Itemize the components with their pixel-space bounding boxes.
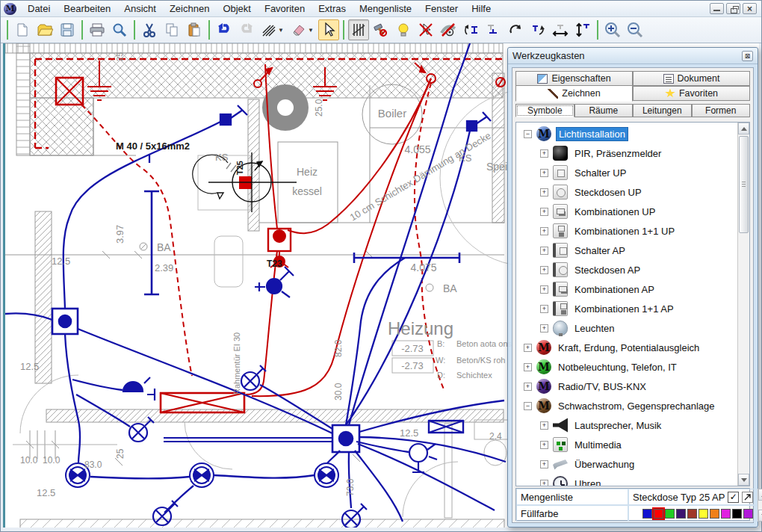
lightbulb-icon[interactable] bbox=[393, 19, 414, 40]
tree-expander-icon[interactable]: + bbox=[540, 208, 548, 216]
tab-eigenschaften[interactable]: Eigenschaften bbox=[515, 71, 633, 86]
tree-item[interactable]: + Multimedia bbox=[516, 435, 737, 454]
eraser-icon[interactable]: ▼ bbox=[288, 19, 317, 40]
mengenliste-checkbox[interactable]: ✓ bbox=[728, 492, 739, 503]
tree-expander-icon[interactable]: + bbox=[540, 247, 548, 255]
tree-expander-icon[interactable]: + bbox=[540, 421, 548, 430]
tree-item[interactable]: + Kombinationen 1+1 UP bbox=[516, 221, 737, 241]
tree-expander-icon[interactable]: + bbox=[540, 188, 548, 197]
tree-expander-icon[interactable]: + bbox=[524, 344, 532, 352]
wall-hatch-icon[interactable] bbox=[348, 19, 369, 40]
tree-item[interactable]: − Lichtinstallation bbox=[516, 124, 737, 143]
tree-item[interactable]: − Schwachstrom, Gegensprechanlage bbox=[516, 396, 737, 415]
tree-item[interactable]: + Schalter AP bbox=[516, 241, 737, 260]
tree-item[interactable]: + PIR, Präsenzmelder bbox=[516, 143, 737, 163]
color-swatch[interactable] bbox=[721, 509, 731, 519]
hatch-fill-icon[interactable]: ▼ bbox=[258, 19, 287, 40]
save-icon[interactable] bbox=[57, 19, 78, 40]
tree-item[interactable]: + Kombinationen 1+1 AP bbox=[516, 299, 737, 318]
new-document-icon[interactable] bbox=[12, 19, 33, 40]
subtab-leitungen[interactable]: Leitungen bbox=[633, 104, 692, 117]
hide-pipes-icon[interactable] bbox=[438, 19, 459, 40]
toolbox-close-icon[interactable]: ⊠ bbox=[742, 51, 753, 61]
tree-expander-icon[interactable]: + bbox=[540, 266, 548, 274]
tree-scrollbar[interactable] bbox=[737, 123, 749, 486]
open-file-icon[interactable] bbox=[34, 19, 55, 40]
color-swatch[interactable] bbox=[687, 509, 697, 519]
grid-scroll-up-icon[interactable] bbox=[758, 489, 762, 501]
tree-expander-icon[interactable]: + bbox=[540, 305, 548, 313]
tree-item[interactable]: + Kombinationen AP bbox=[516, 279, 737, 299]
color-swatch[interactable] bbox=[743, 509, 753, 519]
tab-zeichnen[interactable]: Zeichnen bbox=[515, 85, 633, 102]
tree-item[interactable]: + Notbeleuchtung, Telefon, IT bbox=[516, 357, 737, 377]
menu-objekt[interactable]: Objekt bbox=[216, 1, 258, 16]
tree-expander-icon[interactable]: + bbox=[524, 363, 532, 371]
restore-button[interactable] bbox=[726, 3, 740, 14]
subtab-symbole[interactable]: Symbole bbox=[515, 104, 574, 117]
select-cursor-icon[interactable] bbox=[318, 19, 339, 40]
tree-expander-icon[interactable]: + bbox=[540, 285, 548, 294]
zoom-in-icon[interactable] bbox=[602, 19, 623, 40]
tree-expander-icon[interactable]: + bbox=[540, 169, 548, 177]
subtab-raeume[interactable]: Räume bbox=[574, 104, 634, 117]
undo-icon[interactable] bbox=[214, 19, 235, 40]
expand-arrow-icon[interactable] bbox=[742, 492, 753, 503]
color-swatch[interactable] bbox=[642, 509, 652, 519]
tree-item[interactable]: + Kombinationen UP bbox=[516, 202, 737, 221]
tree-expander-icon[interactable]: − bbox=[524, 402, 532, 410]
tree-expander-icon[interactable]: + bbox=[540, 441, 548, 449]
tree-item[interactable]: + Schalter UP bbox=[516, 163, 737, 182]
tree-item[interactable]: + Steckdosen AP bbox=[516, 260, 737, 279]
print-preview-icon[interactable] bbox=[109, 19, 130, 40]
scroll-up-icon[interactable] bbox=[738, 123, 749, 134]
rotate-symbol-icon[interactable] bbox=[505, 19, 526, 40]
menu-favoriten[interactable]: Favoriten bbox=[258, 1, 312, 16]
grid-scroll-down-icon[interactable] bbox=[758, 510, 762, 522]
menu-hilfe[interactable]: Hilfe bbox=[465, 1, 498, 16]
menu-fenster[interactable]: Fenster bbox=[418, 1, 465, 16]
paste-icon[interactable] bbox=[184, 19, 205, 40]
tree-item[interactable]: + Lautsprecher, Musik bbox=[516, 415, 737, 435]
color-swatch[interactable] bbox=[732, 509, 742, 519]
tree-item[interactable]: + Überwachung bbox=[516, 454, 737, 474]
menu-mengenliste[interactable]: Mengenliste bbox=[353, 1, 418, 16]
color-swatch[interactable] bbox=[654, 509, 663, 519]
symbol-align-down-icon[interactable] bbox=[483, 19, 504, 40]
mirror-horizontal-icon[interactable] bbox=[550, 19, 571, 40]
tree-expander-icon[interactable]: + bbox=[540, 480, 548, 486]
toolbox-titlebar[interactable]: Werkzeugkasten ⊠ bbox=[508, 48, 758, 64]
menu-ansicht[interactable]: Ansicht bbox=[117, 1, 163, 16]
mengenliste-value[interactable]: Steckdose Typ 25 AP ✓ bbox=[628, 489, 758, 505]
cut-icon[interactable] bbox=[139, 19, 160, 40]
deselect-forbidden-icon[interactable] bbox=[415, 19, 436, 40]
menu-bearbeiten[interactable]: Bearbeiten bbox=[57, 1, 117, 16]
menu-zeichnen[interactable]: Zeichnen bbox=[163, 1, 216, 16]
tree-expander-icon[interactable]: + bbox=[540, 324, 548, 332]
menu-extras[interactable]: Extras bbox=[312, 1, 353, 16]
grid-scrollbar[interactable] bbox=[758, 489, 762, 522]
tree-item[interactable]: + Uhren bbox=[516, 474, 737, 486]
color-swatch[interactable] bbox=[710, 509, 719, 519]
tab-dokument[interactable]: Dokument bbox=[633, 71, 750, 86]
tree-expander-icon[interactable]: + bbox=[540, 460, 548, 468]
tree-expander-icon[interactable]: + bbox=[540, 227, 548, 235]
tree-expander-icon[interactable]: + bbox=[540, 149, 548, 158]
subtab-formen[interactable]: Formen bbox=[692, 104, 751, 117]
print-icon[interactable] bbox=[87, 19, 108, 40]
zoom-out-icon[interactable] bbox=[625, 19, 645, 40]
close-button[interactable]: × bbox=[743, 3, 757, 14]
tree-item[interactable]: + Steckdosen UP bbox=[516, 182, 737, 202]
tree-item[interactable]: + Leuchten bbox=[516, 318, 737, 338]
scrollbar-thumb[interactable] bbox=[739, 136, 749, 233]
minimize-button[interactable] bbox=[710, 3, 724, 14]
mirror-vertical-icon[interactable] bbox=[572, 19, 593, 40]
tree-expander-icon[interactable]: − bbox=[524, 130, 532, 138]
rotate-symbol-left-icon[interactable] bbox=[460, 19, 481, 40]
tab-favoriten[interactable]: Favoriten bbox=[633, 86, 750, 101]
scroll-down-icon[interactable] bbox=[738, 474, 749, 486]
color-swatch[interactable] bbox=[665, 509, 675, 519]
tree-item[interactable]: + Radio/TV, BUS-KNX bbox=[516, 377, 737, 396]
symbol-align-right-icon[interactable] bbox=[527, 19, 548, 40]
redo-icon[interactable] bbox=[236, 19, 257, 40]
